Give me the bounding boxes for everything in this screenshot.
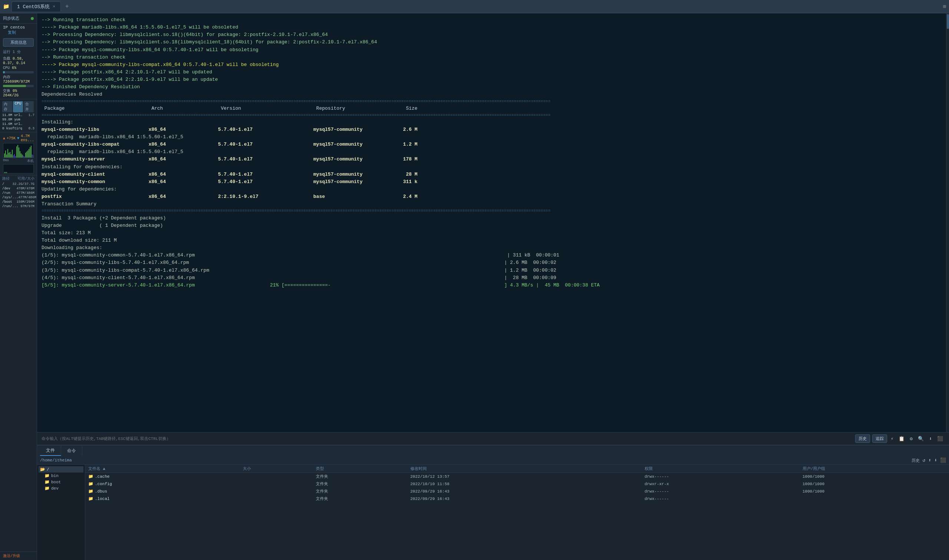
proc-tab-mem[interactable]: 内存 [2, 101, 12, 112]
grid-icon: ⊞ [943, 3, 946, 10]
proc-row-1: 11.8M urlgrabl 1.7 [0, 113, 37, 117]
terminal-line: ========================================… [42, 98, 944, 105]
fm-history-label[interactable]: 历史 [912, 458, 920, 463]
proc-name-1: 11.8M urlgrabl [2, 114, 23, 117]
scrollbar-thumb[interactable] [947, 14, 949, 29]
terminal-tab[interactable]: 1 CentOS系统 × [11, 2, 61, 11]
terminal-line: mysql-community-libs-compat x86_64 5.7.4… [42, 141, 944, 148]
cmd-input-area[interactable] [42, 437, 855, 441]
fm-content: 📂 / 📁 bin 📁 boot 📁 dev [37, 465, 949, 560]
clipboard-icon[interactable]: 📋 [897, 435, 906, 443]
right-panel: --> Running transaction check----> Packa… [37, 13, 949, 560]
table-row[interactable]: 📁.local 文件夹 2022/09/29 16:43 drwx------ [85, 495, 949, 503]
terminal-line: replacing mariadb-libs.x86_64 1:5.5.60-1… [42, 148, 944, 155]
disk-header-avail: 可用/大小 [17, 176, 34, 181]
load-metric: 负载 0.58, 0.37, 0.14 [0, 55, 37, 66]
terminal-line: --> Processing Dependency: libmysqlclien… [42, 38, 944, 46]
table-row[interactable]: 📁.cache 文件夹 2022/10/12 13:57 drwx------ … [85, 473, 949, 480]
stop-icon[interactable]: ⬛ [936, 435, 944, 443]
trace-button[interactable]: 追踪 [872, 434, 887, 443]
copy-button[interactable]: 复制 [8, 31, 16, 35]
terminal-line: (3/5): mysql-community-libs-compat-5.7.4… [42, 267, 944, 274]
file-manager: /home/itheima 历史 ↺ ⬆ ⬇ ⬛ 📂 / 📁 bin [37, 456, 949, 560]
file-modified: 2022/09/29 16:43 [408, 488, 642, 495]
sidebar: 同步状态 IP centos 复制 系统信息 运行 1 分 负载 0.58, 0… [0, 13, 37, 560]
mem-bar [0, 84, 37, 88]
file-owner: 1000/1000 [800, 480, 949, 488]
add-tab-button[interactable]: + [62, 3, 72, 10]
mem-bar-fill [3, 85, 26, 87]
tab-close-button[interactable]: × [53, 5, 55, 9]
terminal-scrollbar[interactable] [946, 13, 949, 432]
search-icon[interactable]: 🔍 [917, 435, 925, 443]
tree-item-dev-label: dev [51, 486, 58, 491]
file-type: 文件夹 [313, 473, 408, 480]
ip-label: IP centos [3, 25, 25, 30]
fm-refresh-btn[interactable]: ↺ [923, 457, 926, 463]
terminal-line: ----> Package mysql-community-libs-compa… [42, 61, 944, 69]
terminal-line: --> Finished Dependency Resolution [42, 83, 944, 91]
tree-item-root[interactable]: 📂 / [38, 466, 83, 472]
col-name[interactable]: 文件名 ▲ [85, 465, 240, 473]
col-size[interactable]: 大小 [240, 465, 313, 473]
runtime-section: 运行 1 分 [0, 48, 37, 55]
disk-rows: / 32.2G/37.7G /dev 470M/470M /run 477M/4… [0, 182, 37, 209]
table-row[interactable]: 📁.dbus 文件夹 2022/09/29 16:43 drwx------ 1… [85, 488, 949, 495]
tree-item-boot[interactable]: 📁 boot [38, 479, 83, 485]
fm-tbody: 📁.cache 文件夹 2022/10/12 13:57 drwx------ … [85, 473, 949, 503]
folder-icon: 📁 [3, 3, 9, 10]
col-type[interactable]: 类型 [313, 465, 408, 473]
proc-cpu-1: 1.7 [29, 114, 34, 117]
proc-row-4: 0 ksoftirq 0.3 [0, 126, 37, 131]
file-perms: drwx------ [642, 473, 800, 480]
terminal-line: mysql-community-client x86_64 5.7.40-1.e… [42, 171, 944, 178]
tree-item-dev[interactable]: 📁 dev [38, 485, 83, 491]
download-icon[interactable]: ⬇ [927, 435, 934, 443]
terminal-line: Transaction Summary [42, 200, 944, 208]
terminal-line: (1/5): mysql-community-common-5.7.40-1.e… [42, 252, 944, 259]
bottom-tabs: 文件 命令 [37, 445, 949, 456]
topbar: 📁 1 CentOS系统 × + ⊞ [0, 0, 949, 13]
tree-item-bin[interactable]: 📁 bin [38, 472, 83, 479]
terminal-line: Package Arch Version Repository Size [42, 105, 944, 112]
proc-tab-cpu[interactable]: CPU [13, 101, 23, 112]
main-layout: 同步状态 IP centos 复制 系统信息 运行 1 分 负载 0.58, 0… [0, 13, 949, 560]
activate-button[interactable]: 激活/升级 [0, 551, 37, 560]
lightning-icon[interactable]: ⚡ [889, 435, 895, 443]
tab-files[interactable]: 文件 [40, 446, 61, 456]
disk-header-path: 路径 [2, 176, 10, 181]
proc-row-2: 99.8M yum [0, 117, 37, 122]
sync-label: 同步状态 [3, 15, 19, 21]
settings-icon[interactable]: ⚙ [908, 435, 914, 443]
fm-thead: 文件名 ▲ 大小 类型 修改时间 权限 用户/用户组 [85, 465, 949, 473]
disk-row-2: /dev 470M/470M [0, 186, 37, 191]
fm-up-btn[interactable]: ⬆ [928, 457, 931, 463]
terminal-line: --> Processing Dependency: libmysqlclien… [42, 31, 944, 38]
terminal[interactable]: --> Running transaction check----> Packa… [37, 13, 949, 432]
fm-stop-btn[interactable]: ⬛ [940, 457, 946, 463]
net-down: 4.7M ens... [21, 134, 34, 142]
file-size [240, 480, 313, 488]
cmd-input[interactable] [42, 437, 855, 441]
file-perms: drwx------ [642, 488, 800, 495]
file-type: 文件夹 [313, 480, 408, 488]
fm-down-btn[interactable]: ⬇ [934, 457, 937, 463]
file-name: 📁.local [85, 495, 240, 503]
tab-commands[interactable]: 命令 [61, 446, 82, 455]
cpu-bar [3, 71, 34, 73]
terminal-line: ----> Package postfix.x86_64 2:2.10.1-9.… [42, 76, 944, 83]
table-row[interactable]: 📁.config 文件夹 2022/10/10 11:58 drwxr-xr-x… [85, 480, 949, 488]
terminal-line: ----> Package mysql-community-libs.x86_6… [42, 46, 944, 54]
file-owner: 1000/1000 [800, 473, 949, 480]
col-perms[interactable]: 权限 [642, 465, 800, 473]
proc-tab-merged[interactable]: 合并 [24, 101, 34, 112]
disk-row-5: /boot 150M/296M [0, 200, 37, 204]
terminal-lines: --> Running transaction check----> Packa… [42, 16, 944, 289]
sysinfo-button[interactable]: 系统信息 [3, 38, 34, 47]
col-modified[interactable]: 修改时间 [408, 465, 642, 473]
col-owner[interactable]: 用户/用户组 [800, 465, 949, 473]
terminal-line: postfix x86_64 2:2.10.1-9.el7 base 2.4 M [42, 193, 944, 200]
history-button[interactable]: 历史 [855, 434, 870, 443]
terminal-line: --> Running transaction check [42, 16, 944, 24]
file-type: 文件夹 [313, 495, 408, 503]
